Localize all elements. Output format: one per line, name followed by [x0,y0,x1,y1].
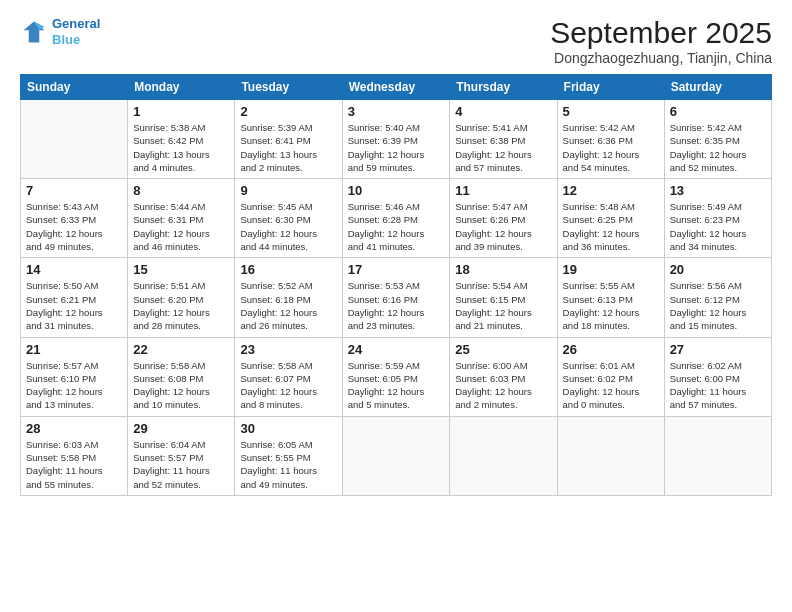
day-number: 17 [348,262,445,277]
weekday-row: SundayMondayTuesdayWednesdayThursdayFrid… [21,75,772,100]
weekday-header: Monday [128,75,235,100]
day-number: 11 [455,183,551,198]
calendar-header: SundayMondayTuesdayWednesdayThursdayFrid… [21,75,772,100]
day-info: Sunrise: 5:47 AMSunset: 6:26 PMDaylight:… [455,200,551,253]
day-number: 26 [563,342,659,357]
calendar-week-row: 14Sunrise: 5:50 AMSunset: 6:21 PMDayligh… [21,258,772,337]
day-info: Sunrise: 5:49 AMSunset: 6:23 PMDaylight:… [670,200,766,253]
header: General Blue September 2025 Dongzhaogezh… [20,16,772,66]
calendar-cell: 10Sunrise: 5:46 AMSunset: 6:28 PMDayligh… [342,179,450,258]
calendar: SundayMondayTuesdayWednesdayThursdayFrid… [20,74,772,496]
day-info: Sunrise: 5:40 AMSunset: 6:39 PMDaylight:… [348,121,445,174]
weekday-header: Thursday [450,75,557,100]
day-info: Sunrise: 6:00 AMSunset: 6:03 PMDaylight:… [455,359,551,412]
calendar-cell: 17Sunrise: 5:53 AMSunset: 6:16 PMDayligh… [342,258,450,337]
calendar-week-row: 21Sunrise: 5:57 AMSunset: 6:10 PMDayligh… [21,337,772,416]
logo-text: General Blue [52,16,100,47]
calendar-cell: 22Sunrise: 5:58 AMSunset: 6:08 PMDayligh… [128,337,235,416]
location: Dongzhaogezhuang, Tianjin, China [550,50,772,66]
calendar-cell [557,416,664,495]
day-number: 9 [240,183,336,198]
day-info: Sunrise: 5:58 AMSunset: 6:08 PMDaylight:… [133,359,229,412]
calendar-cell [21,100,128,179]
calendar-cell [342,416,450,495]
calendar-cell: 16Sunrise: 5:52 AMSunset: 6:18 PMDayligh… [235,258,342,337]
day-info: Sunrise: 6:03 AMSunset: 5:58 PMDaylight:… [26,438,122,491]
calendar-cell: 20Sunrise: 5:56 AMSunset: 6:12 PMDayligh… [664,258,771,337]
day-info: Sunrise: 5:58 AMSunset: 6:07 PMDaylight:… [240,359,336,412]
day-number: 24 [348,342,445,357]
day-number: 2 [240,104,336,119]
calendar-cell: 4Sunrise: 5:41 AMSunset: 6:38 PMDaylight… [450,100,557,179]
day-info: Sunrise: 5:42 AMSunset: 6:35 PMDaylight:… [670,121,766,174]
calendar-cell: 25Sunrise: 6:00 AMSunset: 6:03 PMDayligh… [450,337,557,416]
calendar-cell: 2Sunrise: 5:39 AMSunset: 6:41 PMDaylight… [235,100,342,179]
calendar-cell: 7Sunrise: 5:43 AMSunset: 6:33 PMDaylight… [21,179,128,258]
day-info: Sunrise: 5:53 AMSunset: 6:16 PMDaylight:… [348,279,445,332]
day-number: 18 [455,262,551,277]
day-number: 5 [563,104,659,119]
day-number: 25 [455,342,551,357]
day-number: 12 [563,183,659,198]
calendar-cell: 5Sunrise: 5:42 AMSunset: 6:36 PMDaylight… [557,100,664,179]
calendar-cell: 27Sunrise: 6:02 AMSunset: 6:00 PMDayligh… [664,337,771,416]
day-number: 28 [26,421,122,436]
calendar-cell: 23Sunrise: 5:58 AMSunset: 6:07 PMDayligh… [235,337,342,416]
day-number: 6 [670,104,766,119]
logo-icon [20,18,48,46]
calendar-cell: 12Sunrise: 5:48 AMSunset: 6:25 PMDayligh… [557,179,664,258]
day-info: Sunrise: 5:39 AMSunset: 6:41 PMDaylight:… [240,121,336,174]
day-info: Sunrise: 5:38 AMSunset: 6:42 PMDaylight:… [133,121,229,174]
day-number: 21 [26,342,122,357]
day-info: Sunrise: 5:44 AMSunset: 6:31 PMDaylight:… [133,200,229,253]
day-number: 16 [240,262,336,277]
day-number: 10 [348,183,445,198]
calendar-week-row: 1Sunrise: 5:38 AMSunset: 6:42 PMDaylight… [21,100,772,179]
day-info: Sunrise: 6:05 AMSunset: 5:55 PMDaylight:… [240,438,336,491]
day-info: Sunrise: 5:54 AMSunset: 6:15 PMDaylight:… [455,279,551,332]
calendar-cell: 21Sunrise: 5:57 AMSunset: 6:10 PMDayligh… [21,337,128,416]
day-number: 14 [26,262,122,277]
day-info: Sunrise: 5:50 AMSunset: 6:21 PMDaylight:… [26,279,122,332]
calendar-cell [664,416,771,495]
day-info: Sunrise: 5:48 AMSunset: 6:25 PMDaylight:… [563,200,659,253]
calendar-cell: 11Sunrise: 5:47 AMSunset: 6:26 PMDayligh… [450,179,557,258]
day-number: 1 [133,104,229,119]
calendar-cell: 1Sunrise: 5:38 AMSunset: 6:42 PMDaylight… [128,100,235,179]
calendar-cell: 29Sunrise: 6:04 AMSunset: 5:57 PMDayligh… [128,416,235,495]
day-info: Sunrise: 5:59 AMSunset: 6:05 PMDaylight:… [348,359,445,412]
day-info: Sunrise: 6:02 AMSunset: 6:00 PMDaylight:… [670,359,766,412]
calendar-cell: 30Sunrise: 6:05 AMSunset: 5:55 PMDayligh… [235,416,342,495]
day-info: Sunrise: 5:42 AMSunset: 6:36 PMDaylight:… [563,121,659,174]
svg-marker-0 [24,21,45,42]
day-info: Sunrise: 5:45 AMSunset: 6:30 PMDaylight:… [240,200,336,253]
day-number: 13 [670,183,766,198]
calendar-cell: 19Sunrise: 5:55 AMSunset: 6:13 PMDayligh… [557,258,664,337]
weekday-header: Wednesday [342,75,450,100]
day-info: Sunrise: 5:41 AMSunset: 6:38 PMDaylight:… [455,121,551,174]
calendar-cell: 9Sunrise: 5:45 AMSunset: 6:30 PMDaylight… [235,179,342,258]
day-info: Sunrise: 5:57 AMSunset: 6:10 PMDaylight:… [26,359,122,412]
weekday-header: Friday [557,75,664,100]
calendar-cell: 28Sunrise: 6:03 AMSunset: 5:58 PMDayligh… [21,416,128,495]
day-number: 8 [133,183,229,198]
calendar-cell: 15Sunrise: 5:51 AMSunset: 6:20 PMDayligh… [128,258,235,337]
day-number: 20 [670,262,766,277]
calendar-cell [450,416,557,495]
day-info: Sunrise: 5:46 AMSunset: 6:28 PMDaylight:… [348,200,445,253]
month-title: September 2025 [550,16,772,50]
day-info: Sunrise: 5:51 AMSunset: 6:20 PMDaylight:… [133,279,229,332]
day-info: Sunrise: 6:01 AMSunset: 6:02 PMDaylight:… [563,359,659,412]
calendar-cell: 3Sunrise: 5:40 AMSunset: 6:39 PMDaylight… [342,100,450,179]
day-number: 4 [455,104,551,119]
day-info: Sunrise: 5:56 AMSunset: 6:12 PMDaylight:… [670,279,766,332]
day-number: 29 [133,421,229,436]
day-number: 27 [670,342,766,357]
day-info: Sunrise: 5:52 AMSunset: 6:18 PMDaylight:… [240,279,336,332]
logo: General Blue [20,16,100,47]
title-area: September 2025 Dongzhaogezhuang, Tianjin… [550,16,772,66]
weekday-header: Sunday [21,75,128,100]
day-info: Sunrise: 5:55 AMSunset: 6:13 PMDaylight:… [563,279,659,332]
calendar-cell: 26Sunrise: 6:01 AMSunset: 6:02 PMDayligh… [557,337,664,416]
calendar-cell: 18Sunrise: 5:54 AMSunset: 6:15 PMDayligh… [450,258,557,337]
